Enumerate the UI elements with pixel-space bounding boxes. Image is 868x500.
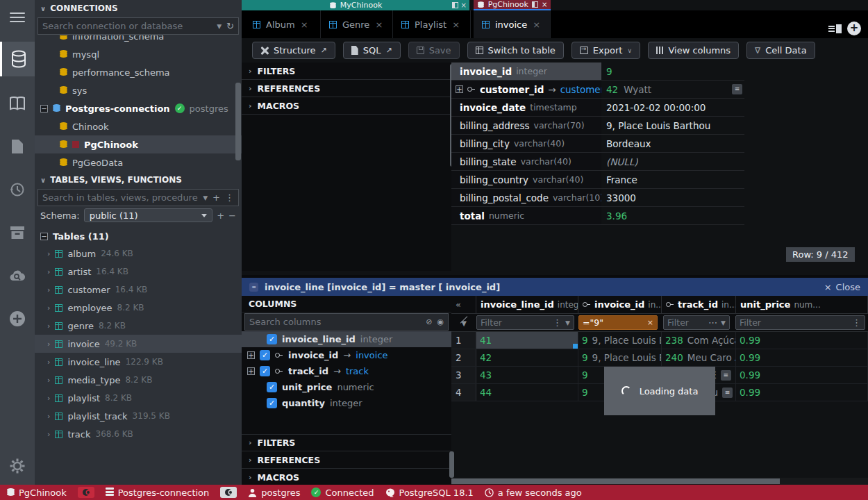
form-row[interactable]: billing_statevarchar(40) (NULL): [451, 153, 744, 171]
field-name-cell[interactable]: billing_postal_codevarchar(10): [451, 189, 601, 206]
table-item[interactable]: ›playlist8.2 KB: [35, 389, 242, 407]
reference-link[interactable]: invoice: [356, 350, 387, 360]
column-header[interactable]: invoice_idin...∨: [578, 296, 662, 313]
close-detail-button[interactable]: ×Close: [824, 282, 860, 292]
sidebar-item-catalog[interactable]: [0, 88, 35, 119]
sidebar-item-database[interactable]: [0, 42, 35, 76]
expand-icon[interactable]: +: [247, 367, 255, 375]
field-name-cell[interactable]: billing_cityvarchar(40): [451, 135, 601, 152]
macros-section[interactable]: ›MACROS: [242, 97, 451, 115]
columns-search-input[interactable]: [249, 317, 421, 327]
sidebar-item-history[interactable]: [0, 174, 35, 206]
filter-input-box[interactable]: ⋮: [735, 315, 865, 330]
reference-link[interactable]: track: [346, 366, 369, 376]
field-value-cell[interactable]: 9, Place Louis Barthou: [601, 117, 744, 134]
field-value-cell[interactable]: Bordeaux: [601, 135, 744, 152]
database-item[interactable]: PgGeoData: [35, 153, 242, 172]
kebab-menu-icon[interactable]: ⋮: [852, 317, 861, 328]
cell-detail-icon[interactable]: ≡: [732, 84, 742, 94]
column-header[interactable]: invoice_line_idinteger∨: [476, 296, 578, 313]
checkbox-checked-icon[interactable]: ✓: [260, 366, 270, 376]
macros-section[interactable]: ›MACROS: [242, 469, 451, 486]
checkbox-checked-icon[interactable]: ✓: [260, 350, 270, 360]
close-icon[interactable]: ×: [542, 1, 547, 8]
clear-filters-button[interactable]: ▼: [451, 317, 476, 328]
tables-section-header[interactable]: ∨TABLES, VIEWS, FUNCTIONS: [35, 172, 242, 188]
window-band-mychinook[interactable]: MyChinook ×: [242, 0, 469, 10]
form-row[interactable]: billing_postal_codevarchar(10) 33000: [451, 189, 744, 207]
grid-cell[interactable]: 0.99: [736, 349, 868, 366]
filter-input[interactable]: [740, 317, 849, 328]
grid-cell-selected[interactable]: 41: [476, 332, 578, 349]
connections-scrollbar[interactable]: [235, 83, 241, 160]
tables-group[interactable]: −Tables (11): [35, 228, 242, 244]
filter-input-box[interactable]: ⋮▼: [476, 315, 574, 330]
filter-input-box[interactable]: ⋯▼: [663, 315, 730, 330]
table-item-selected[interactable]: ›invoice49.2 KB: [35, 335, 242, 353]
grid-cell[interactable]: 99, Place Louis B≡: [578, 332, 662, 349]
column-header[interactable]: unit_pricenum...: [736, 296, 868, 313]
connection-color-badge[interactable]: [220, 487, 237, 498]
statusbar-database[interactable]: PgChinook: [7, 488, 67, 498]
expand-icon[interactable]: +: [247, 351, 255, 359]
window-icon[interactable]: [452, 2, 458, 8]
filters-section[interactable]: ›FILTERS: [242, 434, 451, 451]
schema-select[interactable]: public (11): [84, 208, 213, 222]
table-item[interactable]: ›playlist_track319.5 KB: [35, 407, 242, 425]
window-icon[interactable]: [532, 1, 538, 8]
view-columns-button[interactable]: View columns: [648, 42, 739, 59]
cell-data-button[interactable]: ∇Cell Data: [746, 42, 815, 59]
database-color-badge[interactable]: [78, 487, 94, 498]
add-connection-button[interactable]: [0, 303, 35, 335]
form-row[interactable]: +customer_id→customer 42Wyatt≡: [451, 81, 744, 99]
filter-input[interactable]: [583, 317, 644, 328]
sidebar-item-cloud[interactable]: [0, 260, 35, 292]
field-name-cell[interactable]: invoice_idinteger: [451, 62, 601, 80]
remove-schema-icon[interactable]: −: [228, 210, 236, 221]
sidebar-item-archive[interactable]: [0, 217, 35, 249]
field-name-cell[interactable]: billing_countryvarchar(40): [451, 171, 601, 188]
tab-genre[interactable]: Genre×: [321, 10, 393, 38]
switch-to-table-button[interactable]: Switch to table: [467, 42, 564, 59]
settings-button[interactable]: [0, 450, 35, 482]
column-header[interactable]: track_idin...∨: [662, 296, 736, 313]
layout-toggle-icon[interactable]: [828, 24, 842, 33]
connections-search-input[interactable]: [42, 21, 212, 31]
menu-button[interactable]: [0, 0, 35, 35]
field-value-cell[interactable]: 9: [601, 62, 744, 80]
statusbar-connection[interactable]: Postgres-connection: [106, 488, 210, 498]
close-icon[interactable]: ×: [452, 19, 460, 30]
field-name-cell[interactable]: +customer_id→customer: [451, 81, 601, 98]
grid-cell[interactable]: 0.99: [736, 384, 868, 401]
checkbox-checked-icon[interactable]: ✓: [267, 334, 277, 344]
close-icon[interactable]: ×: [375, 19, 383, 30]
form-row[interactable]: totalnumeric 3.96: [451, 207, 744, 225]
grid-cell[interactable]: 240Meu Caro A≡: [662, 349, 736, 366]
checkbox-checked-icon[interactable]: ✓: [267, 398, 277, 408]
collapse-columns-button[interactable]: «: [451, 296, 476, 313]
filter-input-box-active[interactable]: ×: [578, 315, 658, 330]
table-item[interactable]: ›media_type8.2 KB: [35, 371, 242, 389]
database-item[interactable]: performance_schema: [35, 63, 242, 81]
field-name-cell[interactable]: totalnumeric: [451, 207, 601, 224]
field-value-cell[interactable]: 42Wyatt≡: [601, 81, 744, 98]
collapse-icon[interactable]: −: [40, 105, 48, 112]
ellipsis-icon[interactable]: ⋯: [708, 317, 717, 328]
database-item[interactable]: sys: [35, 81, 242, 99]
table-item[interactable]: ›genre8.2 KB: [35, 317, 242, 335]
table-item[interactable]: ›album24.6 KB: [35, 244, 242, 262]
field-value-cell[interactable]: 2021-02-02 00:00:00: [601, 99, 744, 116]
column-item[interactable]: ✓quantityinteger: [242, 395, 451, 411]
references-section[interactable]: ›REFERENCES: [242, 451, 451, 469]
database-item-selected[interactable]: PgChinook: [35, 135, 242, 153]
save-button[interactable]: Save: [408, 42, 460, 59]
close-icon[interactable]: ×: [461, 1, 467, 9]
grid-cell[interactable]: 99, Place Louis B≡: [578, 349, 662, 366]
close-icon[interactable]: ×: [533, 19, 540, 30]
form-row[interactable]: billing_cityvarchar(40) Bordeaux: [451, 135, 744, 153]
table-item[interactable]: ›employee8.2 KB: [35, 299, 242, 317]
eye-off-icon[interactable]: ⊘: [426, 317, 432, 326]
filter-icon[interactable]: ▼: [217, 23, 222, 30]
field-value-cell[interactable]: 33000: [601, 189, 744, 206]
table-item[interactable]: ›customer16.4 KB: [35, 281, 242, 299]
